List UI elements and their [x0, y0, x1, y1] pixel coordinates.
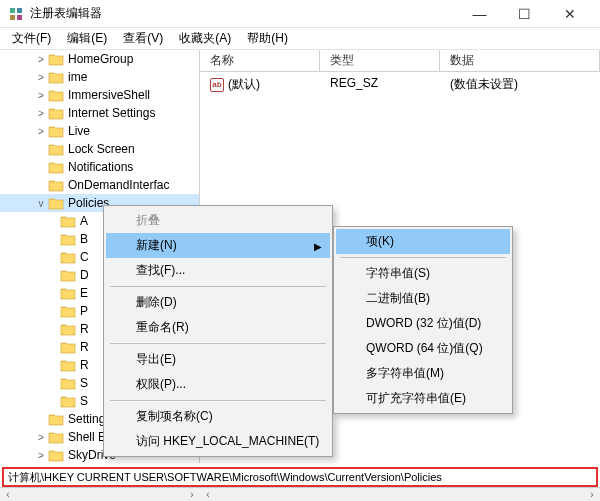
- tree-label: Live: [66, 124, 92, 138]
- col-name[interactable]: 名称: [200, 50, 320, 71]
- tree-label: ImmersiveShell: [66, 88, 152, 102]
- folder-icon: [48, 412, 64, 426]
- tree-label: Internet Settings: [66, 106, 157, 120]
- submenu-new: 项(K) 字符串值(S) 二进制值(B) DWORD (32 位)值(D) QW…: [333, 226, 513, 414]
- tree-label: R: [78, 322, 91, 336]
- menu-new[interactable]: 新建(N) ▶: [106, 233, 330, 258]
- col-data[interactable]: 数据: [440, 50, 600, 71]
- tree-expander-icon[interactable]: >: [34, 72, 48, 83]
- menu-new-label: 新建(N): [136, 238, 177, 252]
- tree-label: A: [78, 214, 90, 228]
- tree-label: ime: [66, 70, 89, 84]
- menu-goto-hklm[interactable]: 访问 HKEY_LOCAL_MACHINE(T): [106, 429, 330, 454]
- tree-expander-icon[interactable]: >: [34, 126, 48, 137]
- tree-item[interactable]: >Internet Settings: [0, 104, 199, 122]
- tree-label: E: [78, 286, 90, 300]
- menu-edit[interactable]: 编辑(E): [59, 28, 115, 49]
- submenu-key[interactable]: 项(K): [336, 229, 510, 254]
- submenu-string[interactable]: 字符串值(S): [336, 261, 510, 286]
- menu-separator: [110, 400, 326, 401]
- submenu-expand[interactable]: 可扩充字符串值(E): [336, 386, 510, 411]
- menu-copy-key[interactable]: 复制项名称(C): [106, 404, 330, 429]
- menu-rename[interactable]: 重命名(R): [106, 315, 330, 340]
- folder-icon: [60, 394, 76, 408]
- tree-label: OnDemandInterfac: [66, 178, 171, 192]
- menu-help[interactable]: 帮助(H): [239, 28, 296, 49]
- folder-icon: [48, 178, 64, 192]
- folder-icon: [48, 52, 64, 66]
- svg-rect-2: [10, 15, 15, 20]
- submenu-qword[interactable]: QWORD (64 位)值(Q): [336, 336, 510, 361]
- titlebar: 注册表编辑器 — ☐ ✕: [0, 0, 600, 28]
- tree-item[interactable]: >HomeGroup: [0, 50, 199, 68]
- menubar: 文件(F) 编辑(E) 查看(V) 收藏夹(A) 帮助(H): [0, 28, 600, 50]
- tree-expander-icon[interactable]: >: [34, 108, 48, 119]
- folder-icon: [60, 232, 76, 246]
- context-menu: 折叠 新建(N) ▶ 查找(F)... 删除(D) 重命名(R) 导出(E) 权…: [103, 205, 333, 457]
- minimize-button[interactable]: —: [457, 0, 502, 28]
- tree-item[interactable]: Notifications: [0, 158, 199, 176]
- tree-item[interactable]: >ime: [0, 68, 199, 86]
- tree-expander-icon[interactable]: >: [34, 450, 48, 461]
- tree-label: D: [78, 268, 91, 282]
- folder-icon: [60, 214, 76, 228]
- folder-icon: [60, 286, 76, 300]
- tree-label: B: [78, 232, 90, 246]
- tree-label: R: [78, 358, 91, 372]
- submenu-dword[interactable]: DWORD (32 位)值(D): [336, 311, 510, 336]
- folder-icon: [48, 448, 64, 462]
- tree-item[interactable]: >ImmersiveShell: [0, 86, 199, 104]
- folder-icon: [48, 430, 64, 444]
- folder-icon: [60, 304, 76, 318]
- folder-icon: [60, 376, 76, 390]
- window-title: 注册表编辑器: [30, 5, 457, 22]
- chevron-right-icon: ▶: [314, 240, 322, 251]
- tree-expander-icon[interactable]: >: [34, 90, 48, 101]
- svg-rect-3: [17, 15, 22, 20]
- list-header: 名称 类型 数据: [200, 50, 600, 72]
- folder-icon: [60, 250, 76, 264]
- folder-icon: [48, 196, 64, 210]
- tree-label: S: [78, 376, 90, 390]
- svg-rect-0: [10, 8, 15, 13]
- tree-label: S: [78, 394, 90, 408]
- menu-collapse[interactable]: 折叠: [106, 208, 330, 233]
- cell-name: ab (默认): [200, 74, 320, 95]
- folder-icon: [60, 358, 76, 372]
- tree-label: C: [78, 250, 91, 264]
- tree-label: Lock Screen: [66, 142, 137, 156]
- tree-label: P: [78, 304, 90, 318]
- tree-expander-icon[interactable]: v: [34, 198, 48, 209]
- maximize-button[interactable]: ☐: [502, 0, 547, 28]
- menu-view[interactable]: 查看(V): [115, 28, 171, 49]
- submenu-multi[interactable]: 多字符串值(M): [336, 361, 510, 386]
- col-type[interactable]: 类型: [320, 50, 440, 71]
- menu-export[interactable]: 导出(E): [106, 347, 330, 372]
- menu-favorites[interactable]: 收藏夹(A): [171, 28, 239, 49]
- folder-icon: [48, 70, 64, 84]
- tree-item[interactable]: Lock Screen: [0, 140, 199, 158]
- menu-separator: [340, 257, 506, 258]
- menu-delete[interactable]: 删除(D): [106, 290, 330, 315]
- tree-item[interactable]: >Live: [0, 122, 199, 140]
- cell-data: (数值未设置): [440, 74, 600, 95]
- app-icon: [8, 6, 24, 22]
- horizontal-scrollbar[interactable]: ‹› ‹›: [0, 487, 600, 501]
- menu-find[interactable]: 查找(F)...: [106, 258, 330, 283]
- folder-icon: [48, 106, 64, 120]
- tree-item[interactable]: OnDemandInterfac: [0, 176, 199, 194]
- svg-rect-1: [17, 8, 22, 13]
- string-value-icon: ab: [210, 78, 224, 92]
- default-value-name: (默认): [228, 76, 260, 93]
- close-button[interactable]: ✕: [547, 0, 592, 28]
- menu-file[interactable]: 文件(F): [4, 28, 59, 49]
- list-row[interactable]: ab (默认) REG_SZ (数值未设置): [200, 72, 600, 97]
- menu-separator: [110, 343, 326, 344]
- tree-label: Notifications: [66, 160, 135, 174]
- tree-label: HomeGroup: [66, 52, 135, 66]
- submenu-binary[interactable]: 二进制值(B): [336, 286, 510, 311]
- tree-expander-icon[interactable]: >: [34, 54, 48, 65]
- status-path: 计算机\HKEY CURRENT USER\SOFTWARE\Microsoft…: [2, 467, 598, 487]
- tree-expander-icon[interactable]: >: [34, 432, 48, 443]
- menu-permissions[interactable]: 权限(P)...: [106, 372, 330, 397]
